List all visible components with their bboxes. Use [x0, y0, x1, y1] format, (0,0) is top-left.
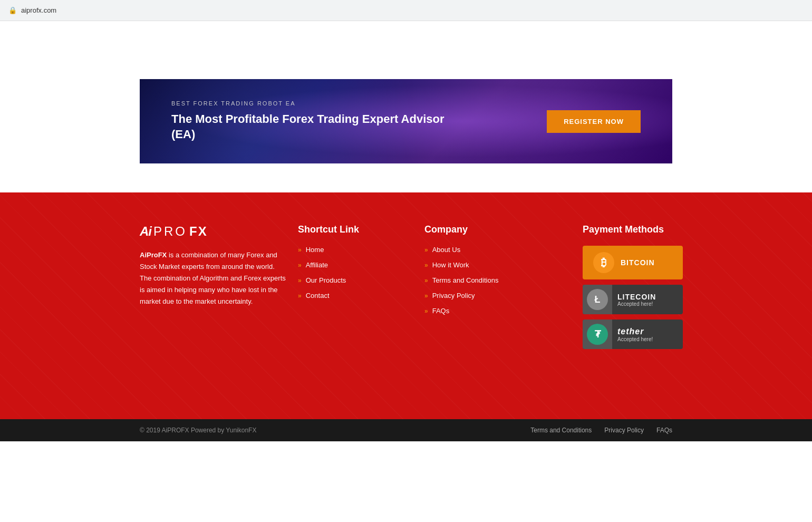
hero-banner: BEST FOREX TRADING ROBOT EA The Most Pro…	[140, 79, 672, 163]
browser-url: aiprofx.com	[21, 6, 56, 14]
company-link-privacy[interactable]: » Privacy Policy	[424, 292, 572, 299]
tether-sublabel: Accepted here!	[617, 336, 653, 342]
payment-bitcoin: ₿ BITCOIN	[583, 246, 683, 279]
bottom-bar-inner: © 2019 AiPROFX Powered by YunikonFX Term…	[140, 427, 672, 434]
arrow-icon-terms: »	[424, 277, 428, 284]
arrow-icon-products: »	[298, 277, 302, 284]
footer-logo-column: AiPROFX AiProFX is a combination of many…	[140, 224, 287, 349]
logo-pro-text: PRO	[153, 224, 187, 239]
arrow-icon-privacy: »	[424, 292, 428, 299]
browser-bar: 🔒 aiprofx.com	[0, 0, 812, 21]
copyright-text: © 2019 AiPROFX Powered by YunikonFX	[140, 427, 256, 434]
payment-litecoin: Ł LITECOIN Accepted here!	[583, 285, 683, 314]
tether-icon: ₮	[587, 324, 608, 345]
arrow-icon-affiliate: »	[298, 262, 302, 269]
arrow-icon-contact: »	[298, 292, 302, 299]
company-link-about-label: About Us	[432, 246, 460, 254]
payment-tether: ₮ tether Accepted here!	[583, 320, 683, 349]
footer-payment-column: Payment Methods ₿ BITCOIN Ł LITECOIN Acc…	[583, 224, 683, 349]
hero-title: The Most Profitable Forex Trading Expert…	[171, 112, 461, 142]
company-link-howitwork-label: How it Work	[432, 261, 469, 269]
tether-text: tether Accepted here!	[617, 327, 653, 342]
shortcut-link-contact-label: Contact	[306, 292, 330, 299]
white-space-top	[0, 21, 812, 79]
shortcut-link-affiliate[interactable]: » Affiliate	[298, 261, 414, 269]
white-space-below-banner	[0, 163, 812, 192]
company-link-faqs[interactable]: » FAQs	[424, 307, 572, 315]
bitcoin-label: BITCOIN	[621, 258, 655, 267]
hero-text-block: BEST FOREX TRADING ROBOT EA The Most Pro…	[171, 100, 461, 142]
company-link-howitwork[interactable]: » How it Work	[424, 261, 572, 269]
arrow-icon-faqs: »	[424, 307, 428, 315]
litecoin-icon: Ł	[587, 289, 608, 310]
company-link-about[interactable]: » About Us	[424, 246, 572, 254]
shortcut-link-home-label: Home	[306, 246, 324, 254]
bottom-link-privacy[interactable]: Privacy Policy	[604, 427, 644, 434]
lock-icon: 🔒	[8, 6, 17, 14]
bottom-bar-links: Terms and Conditions Privacy Policy FAQs	[530, 427, 672, 434]
footer-company-column: Company » About Us » How it Work » Terms…	[424, 224, 572, 349]
payment-title: Payment Methods	[583, 224, 683, 235]
shortcut-title: Shortcut Link	[298, 224, 414, 235]
litecoin-icon-bg: Ł	[583, 285, 612, 314]
arrow-icon-howitwork: »	[424, 262, 428, 269]
company-link-faqs-label: FAQs	[432, 307, 450, 315]
bottom-link-faqs[interactable]: FAQs	[656, 427, 672, 434]
footer-description-text: is a combination of many Forex and Stock…	[140, 251, 286, 305]
shortcut-link-affiliate-label: Affiliate	[306, 261, 328, 269]
company-title: Company	[424, 224, 572, 235]
register-now-button[interactable]: REGISTER NOW	[547, 110, 641, 133]
company-link-terms-label: Terms and Conditions	[432, 276, 499, 284]
arrow-icon-home: »	[298, 246, 302, 254]
shortcut-link-products[interactable]: » Our Products	[298, 276, 414, 284]
bottom-link-terms[interactable]: Terms and Conditions	[530, 427, 592, 434]
bitcoin-icon: ₿	[593, 252, 614, 273]
litecoin-text: LITECOIN Accepted here!	[617, 293, 656, 307]
footer-content: AiPROFX AiProFX is a combination of many…	[140, 224, 672, 349]
footer-shortcut-column: Shortcut Link » Home » Affiliate » Our P…	[298, 224, 414, 349]
litecoin-label: LITECOIN	[617, 293, 656, 301]
logo-image: AiPROFX	[140, 224, 287, 239]
tether-icon-bg: ₮	[583, 320, 612, 349]
logo-ai-text: Ai	[140, 224, 151, 239]
shortcut-link-products-label: Our Products	[306, 276, 346, 284]
litecoin-sublabel: Accepted here!	[617, 301, 656, 307]
shortcut-link-contact[interactable]: » Contact	[298, 292, 414, 299]
footer-brand-name: AiProFX	[140, 251, 167, 259]
bottom-bar: © 2019 AiPROFX Powered by YunikonFX Term…	[0, 419, 812, 441]
arrow-icon-about: »	[424, 246, 428, 254]
footer-description: AiProFX is a combination of many Forex a…	[140, 249, 287, 307]
logo-fx-text: FX	[189, 224, 208, 239]
hero-subtitle: BEST FOREX TRADING ROBOT EA	[171, 100, 461, 107]
company-link-terms[interactable]: » Terms and Conditions	[424, 276, 572, 284]
footer-section: AiPROFX AiProFX is a combination of many…	[0, 192, 812, 419]
company-link-privacy-label: Privacy Policy	[432, 292, 475, 299]
tether-label: tether	[617, 327, 653, 336]
shortcut-link-home[interactable]: » Home	[298, 246, 414, 254]
footer-logo: AiPROFX	[140, 224, 287, 239]
